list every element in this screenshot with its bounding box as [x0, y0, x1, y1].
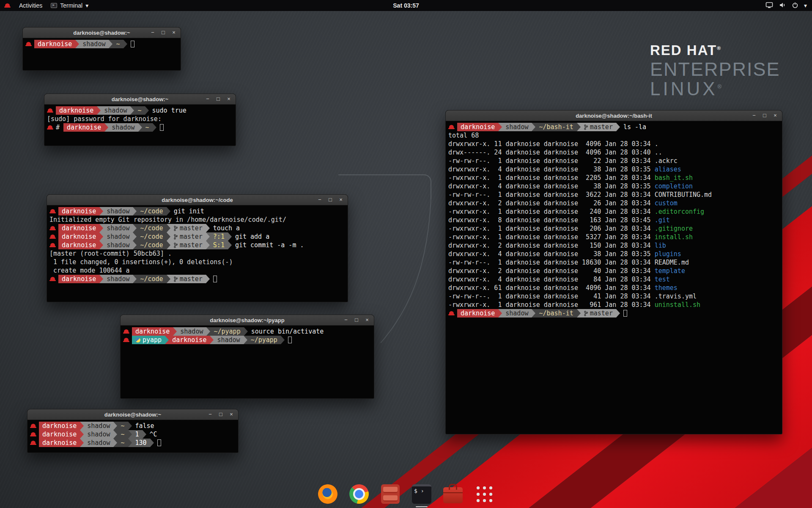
minimize-button[interactable]: − — [150, 29, 156, 36]
terminal-content[interactable]: darknoiseshadow~/pyappsource bin/activat… — [121, 326, 374, 398]
maximize-button[interactable]: □ — [215, 96, 221, 102]
minimize-button[interactable]: − — [207, 411, 213, 418]
terminal-text: bash_it.sh — [655, 174, 693, 182]
redhat-icon — [30, 431, 36, 437]
prompt-segment-branch: master — [170, 241, 206, 249]
prompt-segment-host: shadow — [84, 430, 113, 439]
powerline-arrow-icon — [80, 430, 84, 439]
powerline-arrow-icon — [206, 232, 210, 241]
window-titlebar[interactable]: darknoise@shadow:~/pyapp−□× — [121, 315, 374, 326]
dock-item-terminal[interactable] — [411, 483, 432, 505]
terminal-line: darknoiseshadow~/bash-itmaster — [448, 309, 782, 318]
prompt-segment-user: darknoise — [39, 439, 80, 447]
prompt-segment-path: ~/code — [137, 241, 166, 249]
terminal-content[interactable]: darknoiseshadow~sudo true[sudo] password… — [44, 105, 236, 146]
powerline-arrow-icon — [281, 336, 285, 344]
activities-button[interactable]: Activities — [15, 0, 47, 11]
prompt-segment-path: ~/code — [137, 224, 166, 232]
maximize-button[interactable]: □ — [762, 112, 768, 119]
maximize-button[interactable]: □ — [160, 29, 166, 36]
terminal-line: darknoiseshadow~130 — [30, 439, 238, 447]
powerline-arrow-icon — [99, 207, 103, 215]
window-titlebar[interactable]: darknoise@shadow:~−□× — [44, 94, 236, 105]
powerline-arrow-icon — [138, 123, 142, 132]
close-button[interactable]: × — [772, 112, 778, 119]
close-button[interactable]: × — [338, 196, 344, 203]
terminal-text: drwxrwxr-x. 2 darknoise darknoise 150 Ja… — [448, 241, 655, 250]
terminal-line: drwxrwxr-x. 11 darknoise darknoise 4096 … — [448, 140, 782, 148]
terminal-content[interactable]: darknoiseshadow~ — [23, 38, 181, 70]
close-button[interactable]: × — [226, 96, 232, 102]
powerline-arrow-icon — [167, 241, 170, 249]
terminal-text: -rw-rw-r--. 1 darknoise darknoise 18630 … — [448, 258, 655, 267]
window-title: darknoise@shadow:~/code — [47, 197, 348, 203]
powerline-arrow-icon — [113, 439, 117, 447]
terminal-text: custom — [655, 199, 678, 207]
prompt-segment-user: darknoise — [58, 232, 99, 241]
dock-item-firefox[interactable] — [317, 483, 338, 505]
minimize-button[interactable]: − — [317, 196, 323, 203]
terminal-text: drwxrwxr-x. 2 darknoise darknoise 40 Jan… — [448, 267, 655, 275]
terminal-text: drwxrwxr-x. 4 darknoise darknoise 38 Jan… — [448, 182, 655, 190]
prompt-segment-user: darknoise — [457, 123, 498, 131]
rhel-branding: RED HAT® ENTERPRISE LINUX® — [650, 42, 780, 99]
terminal-content[interactable]: darknoiseshadow~falsedarknoiseshadow~1^C… — [27, 420, 238, 453]
maximize-button[interactable]: □ — [218, 411, 224, 418]
window-buttons: −□× — [751, 112, 782, 119]
prompt-segment-host: shadow — [79, 40, 109, 48]
terminal-content[interactable]: darknoiseshadow~/bash-itmasterls -latota… — [446, 121, 782, 434]
distro-menu[interactable] — [0, 0, 15, 11]
powerline-arrow-icon — [133, 275, 137, 283]
prompt-segment-user: darknoise — [34, 40, 75, 48]
powerline-arrow-icon — [80, 422, 84, 430]
terminal-line: darknoiseshadow~false — [30, 422, 238, 430]
maximize-button[interactable]: □ — [354, 317, 359, 323]
powerline-arrow-icon — [167, 232, 170, 241]
terminal-line: -rw-rw-r--. 1 darknoise darknoise 41 Jan… — [448, 292, 782, 301]
minimize-button[interactable]: − — [343, 317, 349, 323]
terminal-text: uninstall.sh — [655, 301, 700, 309]
dock-item-files[interactable] — [380, 483, 401, 505]
window-titlebar[interactable]: darknoise@shadow:~/code−□× — [47, 195, 348, 205]
powerline-arrow-icon — [128, 439, 132, 447]
clock[interactable]: Sat 03:57 — [393, 2, 419, 9]
display-icon — [765, 2, 773, 10]
prompt-segment-user: darknoise — [56, 106, 97, 115]
minimize-button[interactable]: − — [751, 112, 757, 119]
powerline-arrow-icon — [228, 232, 232, 241]
prompt-segment-host: shadow — [84, 439, 113, 447]
prompt-segment-path: ~ — [117, 422, 128, 430]
close-button[interactable]: × — [364, 317, 370, 323]
terminal-text: total 68 — [448, 131, 479, 140]
terminal-line: -rw-rw-r--. 1 darknoise darknoise 18630 … — [448, 258, 782, 267]
terminal-text: sudo true — [152, 106, 187, 115]
window-titlebar[interactable]: darknoise@shadow:~−□× — [23, 28, 181, 38]
window-titlebar[interactable]: darknoise@shadow:~−□× — [27, 409, 238, 420]
terminal-line: darknoiseshadow~/codemasterS:1git commit… — [49, 241, 348, 249]
minimize-button[interactable]: − — [205, 96, 211, 102]
powerline-arrow-icon — [133, 224, 137, 232]
terminal-cursor — [288, 337, 292, 343]
terminal-line: -rwxrwxr-x. 1 darknoise darknoise 961 Ja… — [448, 301, 782, 309]
system-menu[interactable]: ▾ — [765, 0, 812, 11]
dock-item-toolbox[interactable] — [442, 483, 464, 505]
powerline-arrow-icon — [99, 224, 103, 232]
prompt-segment-path: ~ — [117, 430, 128, 439]
maximize-button[interactable]: □ — [327, 196, 333, 203]
powerline-arrow-icon — [99, 275, 103, 283]
powerline-arrow-icon — [206, 241, 210, 249]
app-menu-terminal[interactable]: Terminal ▾ — [47, 0, 93, 11]
terminal-content[interactable]: darknoiseshadow~/codegit initInitialized… — [47, 205, 348, 302]
redhat-icon — [448, 124, 455, 130]
close-button[interactable]: × — [228, 411, 234, 418]
terminal-window-w6: darknoise@shadow:~/bash-it−□×darknoisesh… — [445, 110, 782, 434]
close-button[interactable]: × — [171, 29, 177, 36]
window-titlebar[interactable]: darknoise@shadow:~/bash-it−□× — [446, 110, 782, 121]
prompt-segment-path: ~/bash-it — [535, 309, 576, 318]
prompt-segment-host: shadow — [103, 241, 133, 249]
terminal-line: -rwxrwxr-x. 1 darknoise darknoise 206 Ja… — [448, 224, 782, 233]
terminal-text: -rw-rw-r--. 1 darknoise darknoise 3622 J… — [448, 190, 655, 199]
dock-item-chrome[interactable] — [348, 483, 370, 505]
dock-item-grid[interactable] — [474, 483, 495, 505]
powerline-arrow-icon — [616, 309, 620, 318]
